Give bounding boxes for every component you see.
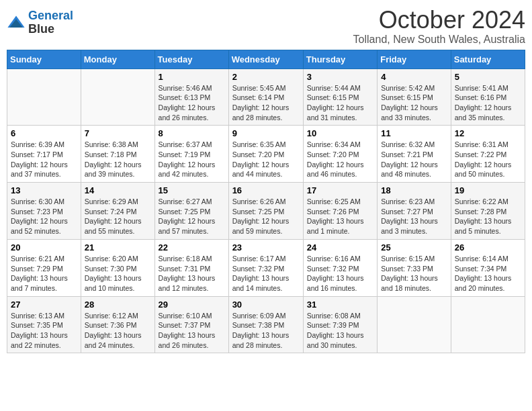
day-number: 30 — [232, 300, 300, 310]
logo-text: General Blue — [28, 9, 73, 36]
logo: General Blue — [7, 9, 73, 36]
day-number: 4 — [381, 72, 447, 82]
day-info: Sunrise: 5:46 AM Sunset: 6:13 PM Dayligh… — [159, 83, 225, 123]
calendar-cell: 31Sunrise: 6:08 AM Sunset: 7:39 PM Dayli… — [303, 296, 377, 353]
day-info: Sunrise: 6:16 AM Sunset: 7:32 PM Dayligh… — [307, 254, 373, 293]
day-number: 10 — [307, 128, 373, 138]
calendar-cell: 19Sunrise: 6:22 AM Sunset: 7:28 PM Dayli… — [451, 183, 525, 240]
calendar-table: SundayMondayTuesdayWednesdayThursdayFrid… — [7, 50, 525, 354]
calendar-week-row: 27Sunrise: 6:13 AM Sunset: 7:35 PM Dayli… — [7, 296, 525, 353]
day-info: Sunrise: 5:41 AM Sunset: 6:16 PM Dayligh… — [455, 83, 521, 123]
calendar-cell: 5Sunrise: 5:41 AM Sunset: 6:16 PM Daylig… — [451, 68, 525, 126]
day-info: Sunrise: 5:42 AM Sunset: 6:15 PM Dayligh… — [381, 83, 447, 123]
logo-blue: Blue — [28, 22, 54, 36]
day-number: 28 — [85, 300, 151, 310]
calendar-cell: 4Sunrise: 5:42 AM Sunset: 6:15 PM Daylig… — [378, 68, 451, 126]
calendar-week-row: 1Sunrise: 5:46 AM Sunset: 6:13 PM Daylig… — [7, 68, 525, 126]
day-number: 1 — [159, 72, 225, 82]
day-info: Sunrise: 5:44 AM Sunset: 6:15 PM Dayligh… — [307, 83, 373, 123]
calendar-cell: 30Sunrise: 6:09 AM Sunset: 7:38 PM Dayli… — [228, 296, 303, 353]
calendar-cell: 13Sunrise: 6:30 AM Sunset: 7:23 PM Dayli… — [7, 183, 81, 240]
calendar-week-row: 6Sunrise: 6:39 AM Sunset: 7:17 PM Daylig… — [7, 126, 525, 183]
day-info: Sunrise: 6:30 AM Sunset: 7:23 PM Dayligh… — [11, 197, 77, 236]
calendar-cell: 7Sunrise: 6:38 AM Sunset: 7:18 PM Daylig… — [81, 126, 154, 183]
calendar-cell: 1Sunrise: 5:46 AM Sunset: 6:13 PM Daylig… — [154, 68, 228, 126]
calendar-cell: 25Sunrise: 6:15 AM Sunset: 7:33 PM Dayli… — [378, 239, 451, 296]
calendar-cell: 24Sunrise: 6:16 AM Sunset: 7:32 PM Dayli… — [303, 239, 377, 296]
day-info: Sunrise: 6:34 AM Sunset: 7:20 PM Dayligh… — [307, 140, 373, 179]
day-number: 15 — [159, 185, 225, 195]
day-info: Sunrise: 6:17 AM Sunset: 7:32 PM Dayligh… — [232, 254, 300, 293]
day-info: Sunrise: 6:18 AM Sunset: 7:31 PM Dayligh… — [159, 254, 225, 293]
calendar-cell: 21Sunrise: 6:20 AM Sunset: 7:30 PM Dayli… — [81, 239, 154, 296]
day-info: Sunrise: 6:09 AM Sunset: 7:38 PM Dayligh… — [232, 311, 300, 351]
calendar-cell: 23Sunrise: 6:17 AM Sunset: 7:32 PM Dayli… — [228, 239, 303, 296]
calendar-cell: 26Sunrise: 6:14 AM Sunset: 7:34 PM Dayli… — [451, 239, 525, 296]
logo-general: General — [28, 9, 73, 22]
calendar-cell: 20Sunrise: 6:21 AM Sunset: 7:29 PM Dayli… — [7, 239, 81, 296]
day-info: Sunrise: 6:12 AM Sunset: 7:36 PM Dayligh… — [85, 311, 151, 351]
calendar-title: October 2024 — [353, 7, 525, 34]
day-number: 19 — [455, 185, 521, 195]
day-info: Sunrise: 5:45 AM Sunset: 6:14 PM Dayligh… — [232, 83, 300, 123]
day-number: 2 — [232, 72, 300, 82]
calendar-cell: 22Sunrise: 6:18 AM Sunset: 7:31 PM Dayli… — [154, 239, 228, 296]
calendar-cell: 6Sunrise: 6:39 AM Sunset: 7:17 PM Daylig… — [7, 126, 81, 183]
calendar-cell: 12Sunrise: 6:31 AM Sunset: 7:22 PM Dayli… — [451, 126, 525, 183]
title-block: October 2024 Tolland, New South Wales, A… — [353, 7, 525, 46]
day-info: Sunrise: 6:32 AM Sunset: 7:21 PM Dayligh… — [381, 140, 447, 179]
calendar-cell: 9Sunrise: 6:35 AM Sunset: 7:20 PM Daylig… — [228, 126, 303, 183]
day-number: 8 — [159, 128, 225, 138]
calendar-cell: 28Sunrise: 6:12 AM Sunset: 7:36 PM Dayli… — [81, 296, 154, 353]
day-info: Sunrise: 6:38 AM Sunset: 7:18 PM Dayligh… — [85, 140, 151, 179]
calendar-cell: 8Sunrise: 6:37 AM Sunset: 7:19 PM Daylig… — [154, 126, 228, 183]
calendar-cell: 3Sunrise: 5:44 AM Sunset: 6:15 PM Daylig… — [303, 68, 377, 126]
column-header-thursday: Thursday — [303, 50, 377, 68]
calendar-cell: 29Sunrise: 6:10 AM Sunset: 7:37 PM Dayli… — [154, 296, 228, 353]
day-number: 3 — [307, 72, 373, 82]
day-number: 13 — [11, 185, 77, 195]
day-number: 31 — [307, 300, 373, 310]
day-info: Sunrise: 6:15 AM Sunset: 7:33 PM Dayligh… — [381, 254, 447, 293]
day-number: 11 — [381, 128, 447, 138]
column-header-friday: Friday — [378, 50, 451, 68]
day-info: Sunrise: 6:08 AM Sunset: 7:39 PM Dayligh… — [307, 311, 373, 351]
day-info: Sunrise: 6:13 AM Sunset: 7:35 PM Dayligh… — [11, 311, 77, 351]
calendar-cell: 15Sunrise: 6:27 AM Sunset: 7:25 PM Dayli… — [154, 183, 228, 240]
calendar-cell — [378, 296, 451, 353]
day-info: Sunrise: 6:10 AM Sunset: 7:37 PM Dayligh… — [159, 311, 225, 351]
day-info: Sunrise: 6:25 AM Sunset: 7:26 PM Dayligh… — [307, 197, 373, 236]
day-info: Sunrise: 6:20 AM Sunset: 7:30 PM Dayligh… — [85, 254, 151, 293]
calendar-cell: 2Sunrise: 5:45 AM Sunset: 6:14 PM Daylig… — [228, 68, 303, 126]
day-number: 27 — [11, 300, 77, 310]
column-header-saturday: Saturday — [451, 50, 525, 68]
day-number: 12 — [455, 128, 521, 138]
day-number: 26 — [455, 242, 521, 253]
day-info: Sunrise: 6:22 AM Sunset: 7:28 PM Dayligh… — [455, 197, 521, 236]
day-number: 6 — [11, 128, 77, 138]
day-number: 23 — [232, 242, 300, 253]
calendar-subtitle: Tolland, New South Wales, Australia — [353, 34, 525, 46]
day-number: 21 — [85, 242, 151, 253]
calendar-week-row: 13Sunrise: 6:30 AM Sunset: 7:23 PM Dayli… — [7, 183, 525, 240]
day-number: 17 — [307, 185, 373, 195]
day-number: 9 — [232, 128, 300, 138]
day-info: Sunrise: 6:23 AM Sunset: 7:27 PM Dayligh… — [381, 197, 447, 236]
column-header-tuesday: Tuesday — [154, 50, 228, 68]
calendar-cell: 17Sunrise: 6:25 AM Sunset: 7:26 PM Dayli… — [303, 183, 377, 240]
day-info: Sunrise: 6:29 AM Sunset: 7:24 PM Dayligh… — [85, 197, 151, 236]
day-info: Sunrise: 6:26 AM Sunset: 7:25 PM Dayligh… — [232, 197, 300, 236]
day-info: Sunrise: 6:21 AM Sunset: 7:29 PM Dayligh… — [11, 254, 77, 293]
day-info: Sunrise: 6:14 AM Sunset: 7:34 PM Dayligh… — [455, 254, 521, 293]
calendar-cell: 10Sunrise: 6:34 AM Sunset: 7:20 PM Dayli… — [303, 126, 377, 183]
day-info: Sunrise: 6:27 AM Sunset: 7:25 PM Dayligh… — [159, 197, 225, 236]
day-number: 20 — [11, 242, 77, 253]
calendar-cell — [451, 296, 525, 353]
day-number: 14 — [85, 185, 151, 195]
calendar-cell: 11Sunrise: 6:32 AM Sunset: 7:21 PM Dayli… — [378, 126, 451, 183]
calendar-header-row: SundayMondayTuesdayWednesdayThursdayFrid… — [7, 50, 525, 68]
day-info: Sunrise: 6:31 AM Sunset: 7:22 PM Dayligh… — [455, 140, 521, 179]
day-number: 16 — [232, 185, 300, 195]
day-number: 29 — [159, 300, 225, 310]
column-header-sunday: Sunday — [7, 50, 81, 68]
